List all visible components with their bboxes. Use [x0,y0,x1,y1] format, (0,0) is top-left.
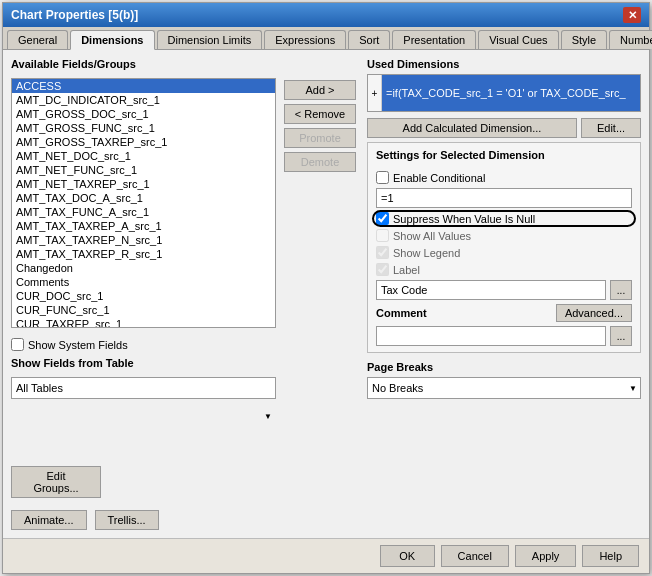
close-button[interactable]: ✕ [623,7,641,23]
list-item[interactable]: CUR_FUNC_src_1 [12,303,275,317]
tab-general[interactable]: General [7,30,68,49]
list-item[interactable]: AMT_TAX_TAXREP_A_src_1 [12,219,275,233]
tab-number[interactable]: Number [609,30,652,49]
list-item[interactable]: AMT_TAX_TAXREP_R_src_1 [12,247,275,261]
list-item[interactable]: Changedon [12,261,275,275]
settings-title: Settings for Selected Dimension [376,149,632,161]
used-dim-expand-icon[interactable]: + [368,75,382,111]
tab-bar: General Dimensions Dimension Limits Expr… [3,27,649,50]
dropdown-arrow-icon: ▼ [264,411,272,420]
settings-section: Settings for Selected Dimension Enable C… [367,142,641,353]
used-dim-item[interactable]: =if(TAX_CODE_src_1 = 'O1' or TAX_CODE_sr… [382,75,640,111]
chart-properties-dialog: Chart Properties [5(b)] ✕ General Dimens… [2,2,650,574]
edit-button[interactable]: Edit... [581,118,641,138]
cancel-button[interactable]: Cancel [441,545,509,567]
label-input[interactable] [376,280,606,300]
comment-browse-button[interactable]: ... [610,326,632,346]
available-fields-label: Available Fields/Groups [11,58,276,70]
apply-button[interactable]: Apply [515,545,577,567]
page-breaks-label: Page Breaks [367,361,641,373]
enable-conditional-checkbox[interactable] [376,171,389,184]
left-panel: Available Fields/Groups ACCESSAMT_DC_IND… [11,58,276,530]
content-area: Available Fields/Groups ACCESSAMT_DC_IND… [3,50,649,538]
tab-style[interactable]: Style [561,30,607,49]
page-breaks-dropdown-wrapper: No Breaks ▼ [367,377,641,399]
available-fields-list[interactable]: ACCESSAMT_DC_INDICATOR_src_1AMT_GROSS_DO… [11,78,276,328]
comment-input[interactable] [376,326,606,346]
suppress-null-row: Suppress When Value Is Null [376,212,632,225]
middle-panel: Add > < Remove Promote Demote [284,58,359,530]
list-item[interactable]: CUR_DOC_src_1 [12,289,275,303]
right-panel: Used Dimensions + =if(TAX_CODE_src_1 = '… [367,58,641,530]
list-item[interactable]: AMT_GROSS_TAXREP_src_1 [12,135,275,149]
label-row: Label [376,263,632,276]
tab-expressions[interactable]: Expressions [264,30,346,49]
edit-groups-button[interactable]: Edit Groups... [11,466,101,498]
show-all-values-row: Show All Values [376,229,632,242]
comment-input-row: ... [376,326,632,346]
list-item[interactable]: AMT_NET_TAXREP_src_1 [12,177,275,191]
all-tables-dropdown[interactable]: All Tables [11,377,276,399]
list-item[interactable]: AMT_GROSS_FUNC_src_1 [12,121,275,135]
page-breaks-dropdown[interactable]: No Breaks [367,377,641,399]
remove-button[interactable]: < Remove [284,104,356,124]
list-item[interactable]: AMT_TAX_TAXREP_N_src_1 [12,233,275,247]
comment-label: Comment [376,307,552,319]
list-item[interactable]: AMT_TAX_DOC_A_src_1 [12,191,275,205]
dialog-title: Chart Properties [5(b)] [11,8,138,22]
bottom-left-buttons: Animate... Trellis... [11,510,276,530]
show-legend-checkbox[interactable] [376,246,389,259]
add-button[interactable]: Add > [284,80,356,100]
label-label: Label [393,264,420,276]
used-dimensions-box: + =if(TAX_CODE_src_1 = 'O1' or TAX_CODE_… [367,74,641,112]
dialog-footer: OK Cancel Apply Help [3,538,649,573]
tab-dimensions[interactable]: Dimensions [70,30,154,50]
list-item[interactable]: AMT_NET_DOC_src_1 [12,149,275,163]
show-all-values-label: Show All Values [393,230,471,242]
animate-button[interactable]: Animate... [11,510,87,530]
show-legend-label: Show Legend [393,247,460,259]
trellis-button[interactable]: Trellis... [95,510,159,530]
show-system-fields-label: Show System Fields [28,339,128,351]
list-item[interactable]: AMT_NET_FUNC_src_1 [12,163,275,177]
tab-visual-cues[interactable]: Visual Cues [478,30,559,49]
show-system-fields-checkbox[interactable] [11,338,24,351]
label-browse-button[interactable]: ... [610,280,632,300]
conditional-input[interactable] [376,188,632,208]
page-breaks-section: Page Breaks No Breaks ▼ [367,361,641,399]
help-button[interactable]: Help [582,545,639,567]
label-checkbox[interactable] [376,263,389,276]
add-calc-dim-button[interactable]: Add Calculated Dimension... [367,118,577,138]
tab-dimension-limits[interactable]: Dimension Limits [157,30,263,49]
show-system-fields-row: Show System Fields [11,338,276,351]
title-bar: Chart Properties [5(b)] ✕ [3,3,649,27]
list-item[interactable]: CUR_TAXREP_src_1 [12,317,275,328]
suppress-null-label: Suppress When Value Is Null [393,213,535,225]
tab-sort[interactable]: Sort [348,30,390,49]
list-item[interactable]: AMT_DC_INDICATOR_src_1 [12,93,275,107]
list-item[interactable]: Comments [12,275,275,289]
label-input-row: ... [376,280,632,300]
list-item[interactable]: ACCESS [12,79,275,93]
show-all-values-checkbox[interactable] [376,229,389,242]
used-dimensions-label: Used Dimensions [367,58,641,70]
enable-conditional-label: Enable Conditional [393,172,485,184]
show-fields-from-label: Show Fields from Table [11,357,276,369]
comment-row: Comment Advanced... [376,304,632,322]
promote-button[interactable]: Promote [284,128,356,148]
calc-dim-row: Add Calculated Dimension... Edit... [367,118,641,138]
list-item[interactable]: AMT_TAX_FUNC_A_src_1 [12,205,275,219]
suppress-null-checkbox[interactable] [376,212,389,225]
advanced-button[interactable]: Advanced... [556,304,632,322]
enable-conditional-row: Enable Conditional [376,171,632,184]
tab-presentation[interactable]: Presentation [392,30,476,49]
ok-button[interactable]: OK [380,545,435,567]
all-tables-dropdown-wrapper: All Tables ▼ [11,377,276,454]
list-item[interactable]: AMT_GROSS_DOC_src_1 [12,107,275,121]
demote-button[interactable]: Demote [284,152,356,172]
show-legend-row: Show Legend [376,246,632,259]
